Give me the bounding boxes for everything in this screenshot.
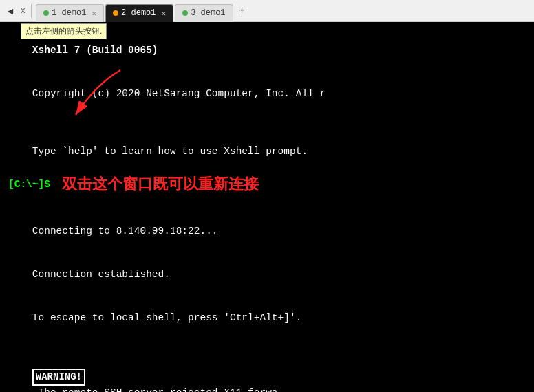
tab-2-close[interactable]: ✕ [162, 9, 167, 18]
connecting-text: Connecting to 8.140.99.18:22... [32, 226, 218, 237]
terminal-line-help: Type `help' to learn how to use Xshell p… [8, 130, 526, 173]
add-tab-button[interactable]: + [235, 3, 250, 19]
terminal-line-empty-1 [8, 116, 526, 130]
help-text: Type `help' to learn how to use Xshell p… [32, 146, 308, 157]
tab-3-dot [182, 10, 188, 16]
copyright-line: Copyright (c) 2020 NetSarang Computer, I… [32, 88, 325, 99]
back-arrow-button[interactable]: ◄ [3, 4, 18, 18]
tab-3-label: 3 demo1 [191, 8, 225, 18]
tab-2-dot [113, 10, 118, 16]
warning-text: The remote SSH server rejected X11 forwa [32, 387, 278, 392]
terminal-line-2: Copyright (c) 2020 NetSarang Computer, I… [8, 72, 526, 116]
prompt-symbol: [C:\~]$ [8, 177, 56, 192]
terminal-line-1: Xshell 7 (Build 0065) [8, 29, 526, 72]
tab-1-demo1[interactable]: 1 demo1 ✕ [36, 4, 104, 22]
xshell-version: Xshell 7 (Build 0065) [32, 45, 158, 56]
terminal-connecting: Connecting to 8.140.99.18:22... [8, 210, 526, 253]
established-text: Connection established. [32, 269, 170, 280]
nav-arrows: ◄ x [3, 4, 32, 18]
terminal-established: Connection established. [8, 253, 526, 296]
terminal-line-empty-3 [8, 340, 526, 354]
close-x-label: x [21, 6, 25, 16]
tab-2-label: 2 demo1 [121, 8, 156, 18]
terminal-line-empty-2 [8, 195, 526, 210]
terminal-escape: To escape to local shell, press 'Ctrl+Al… [8, 296, 526, 340]
tab-1-dot [43, 10, 49, 16]
terminal-prompt-line: [C:\~]$ 双击这个窗口既可以重新连接 [8, 173, 526, 195]
escape-text: To escape to local shell, press 'Ctrl+Al… [32, 312, 302, 323]
tab-2-demo1[interactable]: 2 demo1 ✕ [105, 4, 173, 22]
tab-1-label: 1 demo1 [52, 8, 86, 18]
terminal-warning: WARNING! The remote SSH server rejected … [8, 354, 526, 392]
add-tab-icon: + [239, 5, 246, 17]
terminal-area[interactable]: 点击左侧的箭头按钮. Xshell 7 (Build 0065) Copyrig… [0, 22, 534, 392]
tab-1-close[interactable]: ✕ [92, 9, 96, 18]
tab-3-demo1[interactable]: 3 demo1 [175, 4, 233, 22]
tab-bar: ◄ x 1 demo1 ✕ 2 demo1 ✕ 3 demo1 + [0, 0, 534, 22]
warning-badge: WARNING! [32, 369, 85, 385]
annotation-reconnect: 双击这个窗口既可以重新连接 [62, 173, 259, 195]
